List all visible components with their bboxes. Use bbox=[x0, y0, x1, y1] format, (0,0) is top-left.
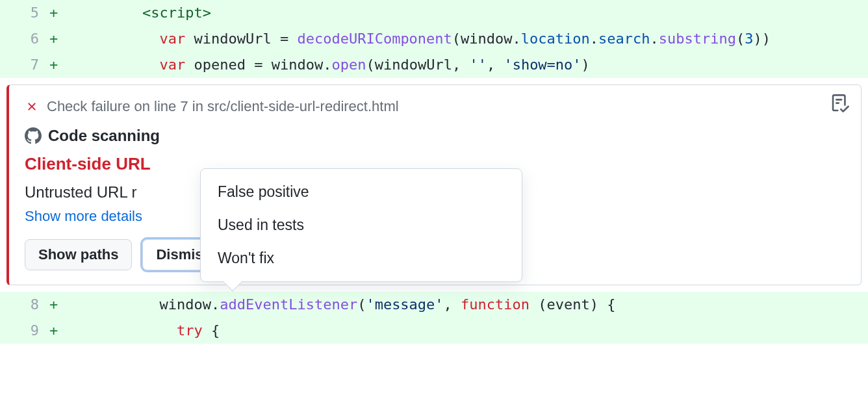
line-number: 8 bbox=[0, 292, 49, 318]
alert-header: Check failure on line 7 in src/client-si… bbox=[25, 98, 845, 115]
code-scanning-alert: Check failure on line 7 in src/client-si… bbox=[6, 84, 862, 285]
addition-mark: + bbox=[49, 0, 69, 26]
diff-line: 5 + <script> bbox=[0, 0, 868, 26]
code-content: window.addEventListener('message', funct… bbox=[69, 292, 616, 318]
menu-item-false-positive[interactable]: False positive bbox=[201, 175, 522, 209]
menu-item-wont-fix[interactable]: Won't fix bbox=[201, 242, 522, 275]
alert-source: Code scanning bbox=[25, 127, 845, 145]
github-icon bbox=[25, 127, 42, 144]
line-number: 6 bbox=[0, 26, 49, 52]
addition-mark: + bbox=[49, 318, 69, 344]
diff-line: 7 + var opened = window.open(windowUrl, … bbox=[0, 52, 868, 78]
show-more-details-link[interactable]: Show more details bbox=[25, 208, 142, 225]
checklist-icon[interactable] bbox=[831, 94, 849, 112]
menu-item-used-in-tests[interactable]: Used in tests bbox=[201, 209, 522, 242]
code-content: var opened = window.open(windowUrl, '', … bbox=[69, 52, 590, 78]
x-icon bbox=[25, 99, 39, 114]
line-number: 9 bbox=[0, 318, 49, 344]
addition-mark: + bbox=[49, 52, 69, 78]
addition-mark: + bbox=[49, 292, 69, 318]
show-paths-button[interactable]: Show paths bbox=[25, 239, 132, 270]
alert-source-text: Code scanning bbox=[48, 127, 160, 145]
diff-line: 6 + var windowUrl = decodeURIComponent(w… bbox=[0, 26, 868, 52]
addition-mark: + bbox=[49, 26, 69, 52]
alert-header-text: Check failure on line 7 in src/client-si… bbox=[47, 98, 399, 115]
line-number: 7 bbox=[0, 52, 49, 78]
diff-line: 9 + try { bbox=[0, 318, 868, 344]
code-content: var windowUrl = decodeURIComponent(windo… bbox=[69, 26, 771, 52]
code-content: <script> bbox=[69, 0, 211, 26]
diff-line: 8 + window.addEventListener('message', f… bbox=[0, 292, 868, 318]
code-content: try { bbox=[69, 318, 220, 344]
line-number: 5 bbox=[0, 0, 49, 26]
dismiss-menu: False positive Used in tests Won't fix bbox=[200, 168, 522, 282]
